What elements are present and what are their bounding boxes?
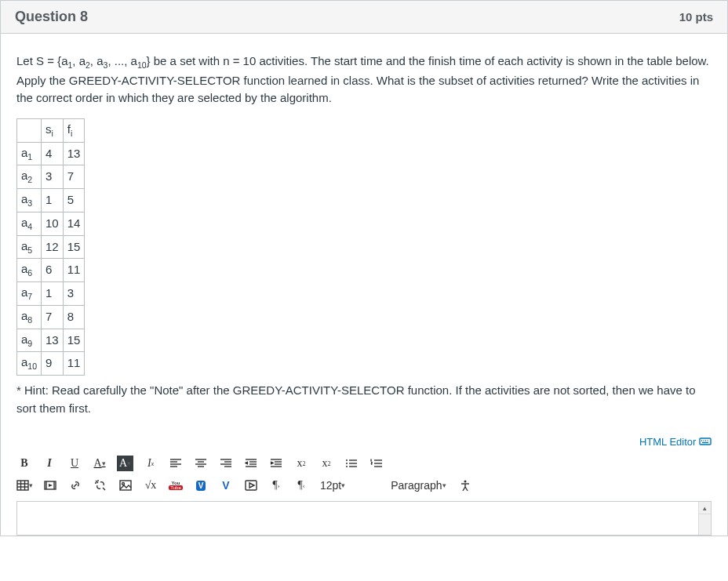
align-center-button[interactable] <box>193 456 209 471</box>
activity-label: a10 <box>17 352 42 376</box>
svg-point-28 <box>346 463 348 464</box>
svg-line-60 <box>465 487 468 491</box>
start-time: 7 <box>42 305 64 329</box>
table-row: a6611 <box>17 259 85 282</box>
activity-label: a1 <box>17 142 42 165</box>
question-header: Question 8 10 pts <box>1 1 727 34</box>
question-points: 10 pts <box>679 10 713 24</box>
table-header-row: si fi <box>17 118 85 142</box>
link-button[interactable] <box>67 478 83 493</box>
svg-rect-39 <box>17 481 28 490</box>
table-header-s: si <box>42 118 64 142</box>
activity-label: a4 <box>17 212 42 235</box>
finish-time: 13 <box>63 142 85 165</box>
bold-button[interactable]: B <box>16 456 32 471</box>
start-time: 3 <box>42 165 64 189</box>
question-body: Let S = {a1, a2, a3, ..., a10} be a set … <box>1 34 727 417</box>
svg-line-49 <box>103 488 105 490</box>
question-paragraph: Let S = {a1, a2, a3, ..., a10} be a set … <box>16 53 712 107</box>
start-time: 12 <box>42 235 64 259</box>
text-color-button[interactable]: A <box>92 456 107 471</box>
bg-color-button[interactable]: A <box>117 456 133 471</box>
svg-point-30 <box>346 466 348 467</box>
start-time: 1 <box>42 189 64 212</box>
table-row: a315 <box>17 189 85 212</box>
finish-time: 5 <box>63 189 85 212</box>
start-time: 10 <box>42 212 64 235</box>
number-list-button[interactable] <box>369 456 384 471</box>
align-right-button[interactable] <box>218 456 234 471</box>
table-row: a51215 <box>17 235 85 259</box>
activity-label: a3 <box>17 189 42 212</box>
start-time: 4 <box>42 142 64 165</box>
start-time: 9 <box>42 352 64 376</box>
table-row: a91315 <box>17 329 85 352</box>
indent-button[interactable] <box>268 456 284 471</box>
finish-time: 3 <box>63 282 85 306</box>
bullet-list-button[interactable] <box>344 456 359 471</box>
finish-time: 11 <box>63 352 85 376</box>
start-time: 6 <box>42 259 64 282</box>
html-editor-toggle[interactable]: HTML Editor <box>1 429 727 451</box>
activity-label: a5 <box>17 235 42 259</box>
table-row: a1413 <box>17 142 85 165</box>
finish-time: 8 <box>63 305 85 329</box>
finish-time: 15 <box>63 329 85 352</box>
svg-point-56 <box>464 481 466 483</box>
table-row: a237 <box>17 165 85 189</box>
question-title: Question 8 <box>15 9 88 25</box>
block-format-select[interactable]: Paragraph <box>389 478 447 493</box>
caption-button[interactable]: V <box>218 478 234 493</box>
scrollbar-track[interactable] <box>698 514 711 535</box>
vimeo-icon[interactable]: V <box>193 478 209 493</box>
equation-button[interactable]: √x <box>143 478 158 493</box>
align-left-button[interactable] <box>168 456 184 471</box>
table-header-empty <box>17 118 42 142</box>
youtube-icon[interactable]: YouTube <box>168 478 184 493</box>
table-row: a713 <box>17 282 85 306</box>
table-row: a878 <box>17 305 85 329</box>
unlink-button[interactable] <box>93 478 108 493</box>
superscript-button[interactable]: x2 <box>293 456 309 471</box>
finish-time: 15 <box>63 235 85 259</box>
play-button[interactable] <box>243 478 259 493</box>
activity-table: si fi a1413a237a315a41014a51215a6611a713… <box>16 118 85 376</box>
start-time: 13 <box>42 329 64 352</box>
image-button[interactable] <box>118 478 133 493</box>
svg-point-26 <box>346 459 348 461</box>
outdent-button[interactable] <box>243 456 259 471</box>
editor-toolbar: B I U A A Ix x2 x2 √x YouTube V V <box>1 451 727 496</box>
svg-marker-55 <box>249 483 254 488</box>
table-row: a41014 <box>17 212 85 235</box>
activity-label: a8 <box>17 305 42 329</box>
finish-time: 11 <box>63 259 85 282</box>
ltr-button[interactable]: ¶› <box>268 478 284 493</box>
media-button[interactable] <box>42 478 58 493</box>
svg-point-53 <box>122 483 125 485</box>
question-container: Question 8 10 pts Let S = {a1, a2, a3, .… <box>0 0 728 536</box>
table-button[interactable] <box>16 478 33 493</box>
scroll-up-button[interactable]: ▴ <box>698 502 711 514</box>
font-size-select[interactable]: 12pt <box>318 478 347 493</box>
accessibility-button[interactable] <box>457 478 473 493</box>
finish-time: 7 <box>63 165 85 189</box>
svg-marker-47 <box>49 484 53 487</box>
activity-label: a6 <box>17 259 42 282</box>
clear-format-button[interactable]: Ix <box>143 456 158 471</box>
finish-time: 14 <box>63 212 85 235</box>
italic-button[interactable]: I <box>42 456 57 471</box>
activity-label: a9 <box>17 329 42 352</box>
subscript-button[interactable]: x2 <box>318 456 334 471</box>
question-hint: * Hint: Read carefully the "Note" after … <box>16 382 712 417</box>
keyboard-icon <box>699 435 712 448</box>
underline-button[interactable]: U <box>67 456 82 471</box>
activity-label: a7 <box>17 282 42 306</box>
activity-label: a2 <box>17 165 42 189</box>
svg-rect-0 <box>700 438 711 445</box>
table-row: a10911 <box>17 352 85 376</box>
editor-textarea[interactable]: ▴ <box>16 501 712 536</box>
svg-line-59 <box>463 487 465 491</box>
rtl-button[interactable]: ¶‹ <box>293 478 309 493</box>
question-text: Let S = {a1, a2, a3, ..., a10} be a set … <box>16 53 712 107</box>
table-header-f: fi <box>63 118 85 142</box>
